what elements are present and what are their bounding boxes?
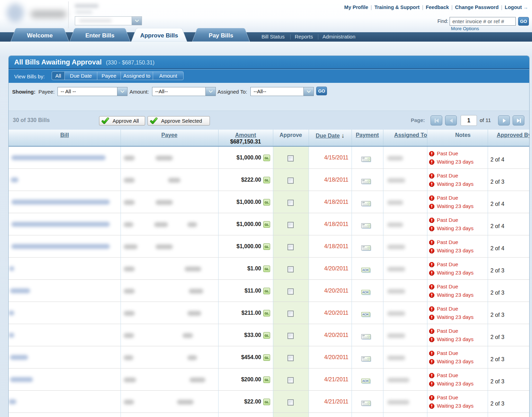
svg-text:GL: GL bbox=[265, 289, 269, 293]
svg-text:GL: GL bbox=[265, 201, 269, 204]
svg-text:GL: GL bbox=[265, 356, 269, 359]
svg-text:ACH: ACH bbox=[362, 291, 369, 294]
svg-text:ACH: ACH bbox=[362, 313, 369, 316]
svg-text:GL: GL bbox=[265, 179, 269, 182]
svg-text:ACH: ACH bbox=[362, 380, 369, 383]
svg-text:GL: GL bbox=[265, 400, 269, 404]
svg-text:GL: GL bbox=[265, 312, 269, 315]
svg-text:GL: GL bbox=[265, 334, 269, 337]
svg-text:GL: GL bbox=[265, 156, 269, 160]
svg-text:ACH: ACH bbox=[362, 269, 369, 272]
svg-text:Pay Bills: Pay Bills bbox=[209, 32, 233, 39]
svg-text:Approve Bills: Approve Bills bbox=[140, 32, 178, 39]
svg-text:GL: GL bbox=[265, 245, 269, 249]
svg-text:GL: GL bbox=[265, 267, 269, 271]
svg-text:GL: GL bbox=[265, 378, 269, 382]
svg-text:GL: GL bbox=[265, 223, 269, 226]
svg-text:Enter Bills: Enter Bills bbox=[85, 32, 114, 39]
svg-text:Welcome: Welcome bbox=[27, 32, 53, 39]
